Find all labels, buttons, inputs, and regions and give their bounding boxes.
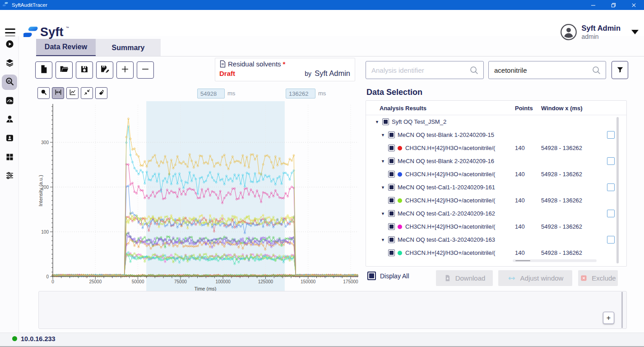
sidebar-item-user[interactable] [2,113,17,128]
data-selection-title: Data Selection [366,88,422,97]
minimize-button[interactable] [583,0,603,10]
caret-down-icon[interactable]: ▼ [381,238,387,242]
tree-group-row[interactable]: ▼MeCN OQ test-Blank 1-20240209-15 [366,128,626,141]
tree-trace-row[interactable]: CH3CN.H+[42]/H3O+/acetonitrile/(14054928… [366,246,626,259]
caret-down-icon[interactable]: ▼ [381,159,387,164]
row-select-checkbox[interactable] [607,183,615,191]
titlebar: SyftAuditTracer [0,0,644,10]
tree-row-label: CH3CN.H+[42]/H3O+/acetonitrile/( [405,249,495,256]
vertical-scrollbar[interactable] [616,117,619,263]
caret-down-icon[interactable]: ▼ [381,185,387,190]
tree-checkbox[interactable] [388,223,395,230]
pan-horizontal-tool-button[interactable] [52,87,64,99]
status-bar: 10.0.16.233 [0,333,644,347]
row-select-checkbox[interactable] [607,157,615,165]
save-as-button[interactable] [96,61,113,79]
tree-trace-row[interactable]: CH3CN.H+[42]/H3O+/acetonitrile/(14054928… [366,220,626,233]
eraser-tool-button[interactable] [95,87,107,99]
remove-icon [140,64,150,76]
chromatogram-chart[interactable]: 0100200300025000500007500010000012500015… [38,101,360,293]
close-button[interactable] [624,0,644,10]
horizontal-scrollbar-thumb[interactable] [515,260,530,261]
display-all-checkbox[interactable] [367,272,376,280]
download-button[interactable]: Download [436,270,493,286]
window-end-input[interactable] [286,89,315,98]
data-selection-panel: Analysis Results Points Window x (ms) ▼S… [366,100,627,267]
tab-summary[interactable]: Summary [96,39,161,56]
tree-group-row[interactable]: ▼Syft OQ Test_JSM_2 [366,115,626,128]
tree-row-label: MeCN OQ test-Cal1-3-20240209-163 [398,236,495,243]
notes-panel-scrollbar[interactable] [621,292,623,328]
caret-down-icon[interactable]: ▼ [375,120,381,124]
user-menu[interactable]: Syft Admin admin [560,23,639,41]
exclude-button[interactable]: Exclude [578,270,618,286]
sidebar-item-gauge[interactable] [2,94,17,109]
user-menu-chevron-icon[interactable] [631,30,639,34]
tree-checkbox[interactable] [388,158,395,164]
sidebar-item-id-card[interactable] [2,131,17,147]
fit-view-tool-button[interactable] [81,87,93,99]
user-icon [5,114,14,126]
tree-checkbox[interactable] [388,184,395,191]
row-select-checkbox[interactable] [607,236,615,244]
sidebar-item-play-circle[interactable] [2,37,17,52]
tree-checkbox[interactable] [388,145,395,151]
tree-checkbox[interactable] [388,236,395,243]
tree-group-row[interactable]: ▼MeCN OQ test-Cal1-2-20240209-162 [366,207,626,220]
zoom-tool-button[interactable] [37,87,50,99]
svg-text:100000: 100000 [215,279,231,284]
tree-checkbox[interactable] [388,197,395,204]
sidebar-item-sliders[interactable] [2,169,17,184]
horizontal-scrollbar[interactable] [513,259,597,262]
tree-checkbox[interactable] [382,118,389,125]
svg-text:100: 100 [41,230,49,234]
caret-down-icon[interactable]: ▼ [381,211,387,216]
tree-checkbox[interactable] [388,131,395,138]
row-select-checkbox[interactable] [607,131,615,139]
restore-button[interactable] [603,0,624,10]
tree-checkbox[interactable] [388,210,395,217]
left-sidebar [0,36,19,333]
analysis-identifier-input[interactable] [371,66,469,74]
user-role: admin [582,33,621,41]
tree-trace-row[interactable]: CH3CN.H+[42]/H3O+/acetonitrile/(14054928… [366,168,626,181]
adjust-window-button[interactable]: Adjust window [498,270,572,286]
sidebar-item-analysis-search[interactable] [2,75,17,90]
tree-group-row[interactable]: ▼MeCN OQ test-Blank 2-20240209-16 [366,155,626,168]
points-value: 140 [515,197,525,204]
sidebar-item-layers[interactable] [2,56,17,71]
remove-button[interactable] [137,61,154,79]
add-note-button[interactable]: + [603,312,614,324]
line-chart-icon [69,88,77,98]
compound-search-input[interactable] [494,66,591,74]
tree-row-label: CH3CN.H+[42]/H3O+/acetonitrile/( [405,171,495,178]
syft-logo-icon [23,25,38,39]
save-as-icon [100,64,110,76]
add-button[interactable] [116,61,134,79]
tree-group-row[interactable]: ▼MeCN OQ test-Cal1-1-20240209-161 [366,181,626,194]
app-header: Syft ™ Syft Admin admin [0,10,644,36]
sidebar-item-grid[interactable] [2,150,17,165]
tree-checkbox[interactable] [388,249,395,256]
svg-text:25000: 25000 [89,279,102,284]
open-file-button[interactable] [56,61,73,79]
caret-down-icon[interactable]: ▼ [381,133,387,137]
fit-view-icon [83,88,91,98]
new-file-button[interactable] [35,61,52,79]
connection-status-icon [12,336,17,341]
line-chart-tool-button[interactable] [66,87,79,99]
save-button[interactable] [76,61,93,79]
method-status: Draft [219,70,235,77]
required-marker: * [283,60,286,68]
open-file-icon [59,64,69,76]
tab-data-review[interactable]: Data Review [36,39,96,56]
tree-row-label: MeCN OQ test-Cal1-2-20240209-162 [398,210,495,217]
row-select-checkbox[interactable] [607,210,615,217]
tree-group-row[interactable]: ▼MeCN OQ test-Cal1-3-20240209-163 [366,233,626,246]
filter-button[interactable] [612,61,628,79]
tree-checkbox[interactable] [388,171,395,178]
tree-trace-row[interactable]: CH3CN.H+[42]/H3O+/acetonitrile/(14054928… [366,194,626,207]
window-start-input[interactable] [197,89,225,98]
compound-search [488,61,606,79]
tree-trace-row[interactable]: CH3CN.H+[42]/H3O+/acetonitrile/(14054928… [366,141,626,155]
